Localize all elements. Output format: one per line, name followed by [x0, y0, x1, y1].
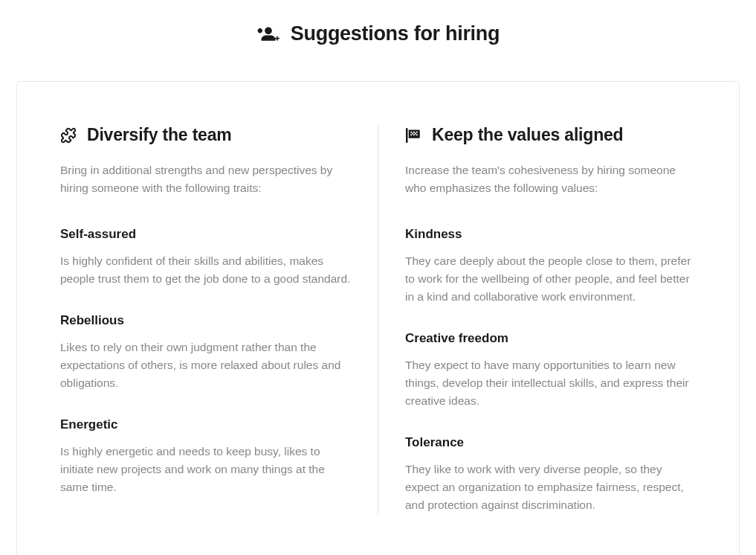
values-column: Keep the values aligned Increase the tea… [378, 125, 696, 514]
trait-name: Rebellious [60, 313, 351, 328]
trait-item: Self-assured Is highly confident of thei… [60, 227, 351, 288]
trait-item: Creative freedom They expect to have man… [405, 331, 696, 410]
trait-name: Self-assured [60, 227, 351, 242]
trait-desc: They like to work with very diverse peop… [405, 461, 696, 514]
column-intro: Increase the team's cohesiveness by hiri… [405, 161, 696, 197]
trait-name: Creative freedom [405, 331, 696, 346]
trait-name: Tolerance [405, 435, 696, 450]
trait-desc: They care deeply about the people close … [405, 252, 696, 306]
trait-item: Rebellious Likes to rely on their own ju… [60, 313, 351, 392]
column-intro: Bring in additional strengths and new pe… [60, 161, 351, 197]
diversify-column: Diversify the team Bring in additional s… [60, 125, 378, 514]
column-title: Diversify the team [87, 125, 232, 145]
trait-desc: Likes to rely on their own judgment rath… [60, 339, 351, 392]
flag-icon [405, 127, 421, 144]
trait-name: Kindness [405, 227, 696, 242]
column-header: Keep the values aligned [405, 125, 696, 145]
trait-item: Kindness They care deeply about the peop… [405, 227, 696, 306]
trait-desc: They expect to have many opportunities t… [405, 356, 696, 410]
add-user-icon [256, 25, 280, 44]
trait-name: Energetic [60, 417, 351, 432]
trait-item: Tolerance They like to work with very di… [405, 435, 696, 514]
column-title: Keep the values aligned [432, 125, 623, 145]
trait-desc: Is highly energetic and needs to keep bu… [60, 443, 351, 496]
page-title: Suggestions for hiring [291, 22, 500, 45]
puzzle-icon [60, 127, 77, 144]
suggestions-card: Diversify the team Bring in additional s… [16, 81, 740, 555]
page-header: Suggestions for hiring [0, 22, 756, 45]
trait-item: Energetic Is highly energetic and needs … [60, 417, 351, 496]
column-header: Diversify the team [60, 125, 351, 145]
trait-desc: Is highly confident of their skills and … [60, 252, 351, 288]
